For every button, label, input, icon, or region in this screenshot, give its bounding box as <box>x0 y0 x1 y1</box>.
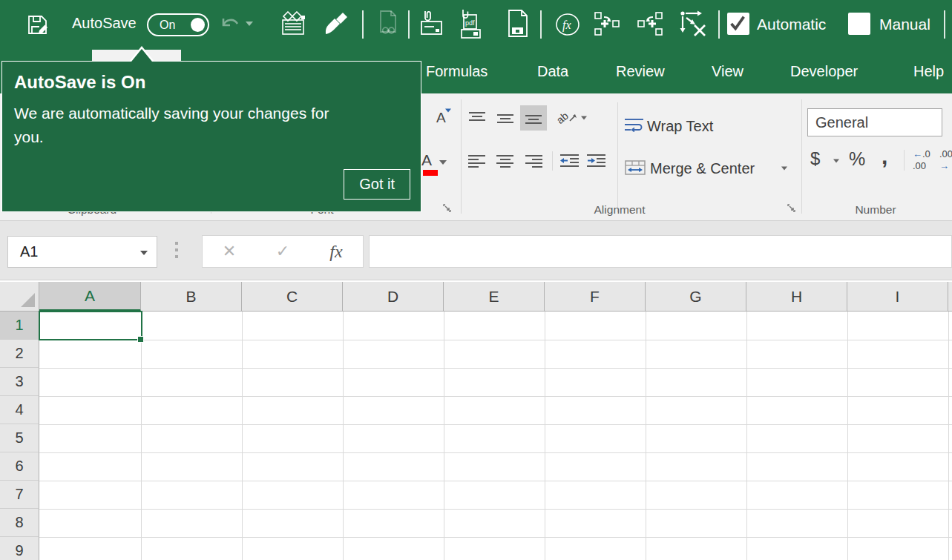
tab-data[interactable]: Data <box>537 50 568 93</box>
select-all-button[interactable] <box>0 282 39 312</box>
fill-handle[interactable] <box>137 336 144 343</box>
font-color-caret-icon[interactable] <box>439 160 447 165</box>
insert-function-fx-icon[interactable]: fx <box>309 242 363 262</box>
name-box[interactable]: A1 <box>7 236 157 268</box>
currency-format-button[interactable]: $ <box>810 148 820 169</box>
increase-decimal-button[interactable]: ←.0 .00 <box>913 148 930 173</box>
row-header-5[interactable]: 5 <box>0 424 39 452</box>
gridline <box>39 340 952 340</box>
paste-link-icon <box>375 10 401 37</box>
save-icon[interactable] <box>27 13 50 37</box>
column-header-C[interactable]: C <box>242 282 343 312</box>
font-dialog-launcher-icon[interactable] <box>442 203 453 214</box>
name-box-caret-icon[interactable] <box>140 251 148 255</box>
align-bottom-button[interactable] <box>520 105 547 131</box>
calc-manual-label: Manual <box>879 16 930 33</box>
insert-function-icon[interactable]: fx <box>555 13 580 36</box>
formula-bar-resize-handle[interactable] <box>175 242 178 258</box>
apply-cells-left-icon[interactable] <box>637 11 663 36</box>
row-header-6[interactable]: 6 <box>0 452 39 481</box>
merge-center-caret-icon[interactable] <box>781 167 787 171</box>
orientation-button[interactable]: ab <box>553 105 591 131</box>
column-header-A[interactable]: A <box>39 282 141 312</box>
worksheet-grid[interactable]: ABCDEFGHI123456789 <box>0 280 952 560</box>
column-header-E[interactable]: E <box>444 282 545 312</box>
autosave-callout: AutoSave is On We are automatically savi… <box>1 61 421 212</box>
apply-cells-right-icon[interactable] <box>594 11 620 36</box>
orientation-glyph: ab <box>554 110 571 126</box>
data-form-icon[interactable] <box>280 11 307 36</box>
row-header-1[interactable]: 1 <box>0 312 39 340</box>
calc-automatic-checkbox[interactable] <box>727 13 749 35</box>
callout-arrow-icon <box>125 46 158 62</box>
column-header-I[interactable]: I <box>847 282 948 312</box>
comma-format-button[interactable]: , <box>882 144 887 169</box>
gridline <box>141 312 142 560</box>
gridline <box>39 509 952 510</box>
tab-view[interactable]: View <box>712 50 743 93</box>
autosave-label: AutoSave <box>72 15 137 32</box>
autosave-toggle[interactable]: On <box>147 13 209 36</box>
wrap-text-button[interactable]: Wrap Text <box>647 118 713 135</box>
formula-input[interactable] <box>369 235 952 268</box>
merge-center-button[interactable]: Merge & Center <box>650 160 755 177</box>
calc-manual-checkbox[interactable] <box>848 13 870 35</box>
undo-dropdown-icon[interactable] <box>246 22 253 26</box>
column-header-F[interactable]: F <box>545 282 646 312</box>
gridline <box>545 312 545 560</box>
tab-developer[interactable]: Developer <box>790 50 858 93</box>
row-header-7[interactable]: 7 <box>0 481 39 509</box>
column-header-G[interactable]: G <box>646 282 746 312</box>
gridline <box>39 424 952 425</box>
attach-card-icon[interactable] <box>420 10 447 38</box>
format-painter-icon[interactable] <box>324 12 347 36</box>
row-header-9[interactable]: 9 <box>0 537 39 560</box>
align-left-button[interactable] <box>464 148 490 174</box>
row-header-3[interactable]: 3 <box>0 368 39 396</box>
number-format-value: General <box>815 114 868 131</box>
selected-cell-A1[interactable] <box>39 311 142 340</box>
column-header-D[interactable]: D <box>343 282 444 312</box>
gridline <box>847 312 848 560</box>
row-header-8[interactable]: 8 <box>0 509 39 537</box>
undo-icon[interactable] <box>220 15 240 34</box>
decrease-decimal-button[interactable]: .00 → <box>939 148 952 173</box>
align-center-button[interactable] <box>492 148 519 174</box>
attach-pdf-icon[interactable]: pdf <box>459 8 488 39</box>
increase-indent-button[interactable] <box>585 148 608 174</box>
column-header-B[interactable]: B <box>141 282 242 312</box>
percent-format-button[interactable]: % <box>849 148 865 170</box>
row-header-2[interactable]: 2 <box>0 340 39 368</box>
column-header-H[interactable]: H <box>746 282 847 312</box>
font-color-button[interactable]: A <box>421 151 432 169</box>
gridline <box>39 396 952 397</box>
gridline <box>39 481 952 481</box>
alignment-dialog-launcher-icon[interactable] <box>787 203 797 214</box>
wrap-text-icon[interactable] <box>625 117 644 132</box>
small-divider <box>904 150 905 171</box>
tab-formulas[interactable]: Formulas <box>426 50 488 93</box>
cancel-icon[interactable]: ✕ <box>203 242 256 261</box>
got-it-button[interactable]: Got it <box>344 169 410 200</box>
column-header-partial[interactable] <box>948 282 952 312</box>
decrease-decimal-arrow-icon: → <box>939 160 949 171</box>
align-right-button[interactable] <box>520 148 547 174</box>
increase-decimal-arrow-icon: ← <box>913 148 922 159</box>
remove-arrows-icon[interactable] <box>678 10 708 37</box>
number-format-dropdown[interactable]: General <box>807 108 942 136</box>
tab-review[interactable]: Review <box>616 50 665 93</box>
name-box-value: A1 <box>20 243 38 260</box>
gridline <box>746 312 747 560</box>
grow-font-button[interactable]: A <box>436 110 446 126</box>
gridline <box>646 312 646 560</box>
enter-icon[interactable]: ✓ <box>256 242 309 261</box>
tab-help[interactable]: Help <box>913 50 944 93</box>
small-divider <box>552 151 553 171</box>
embedded-object-icon[interactable] <box>506 10 530 38</box>
align-top-button[interactable] <box>464 105 490 131</box>
merge-center-icon[interactable] <box>625 160 646 175</box>
row-header-4[interactable]: 4 <box>0 396 39 424</box>
align-middle-button[interactable] <box>492 105 519 131</box>
currency-caret-icon[interactable] <box>833 159 839 163</box>
decrease-indent-button[interactable] <box>558 148 582 174</box>
